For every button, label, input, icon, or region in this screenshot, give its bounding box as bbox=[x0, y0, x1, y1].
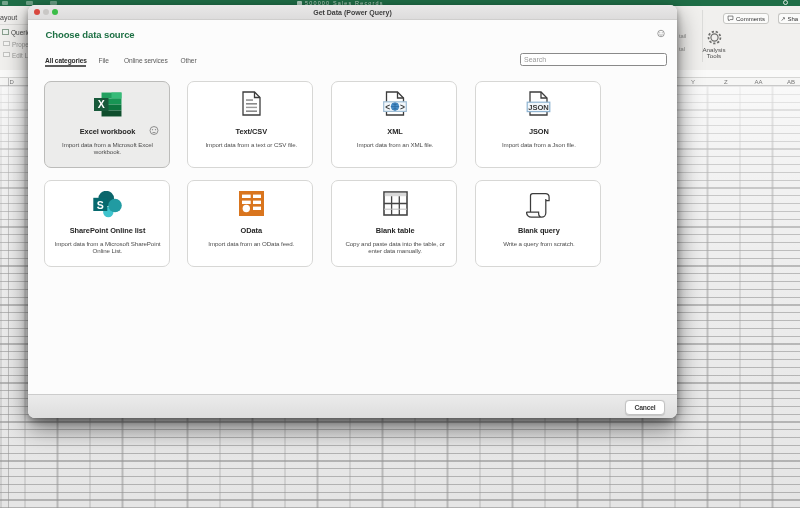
svg-text:JSON: JSON bbox=[529, 103, 550, 112]
svg-text:>: > bbox=[400, 102, 405, 112]
svg-text:<: < bbox=[385, 102, 390, 112]
svg-text:S: S bbox=[97, 198, 104, 210]
svg-text:X: X bbox=[97, 98, 104, 110]
